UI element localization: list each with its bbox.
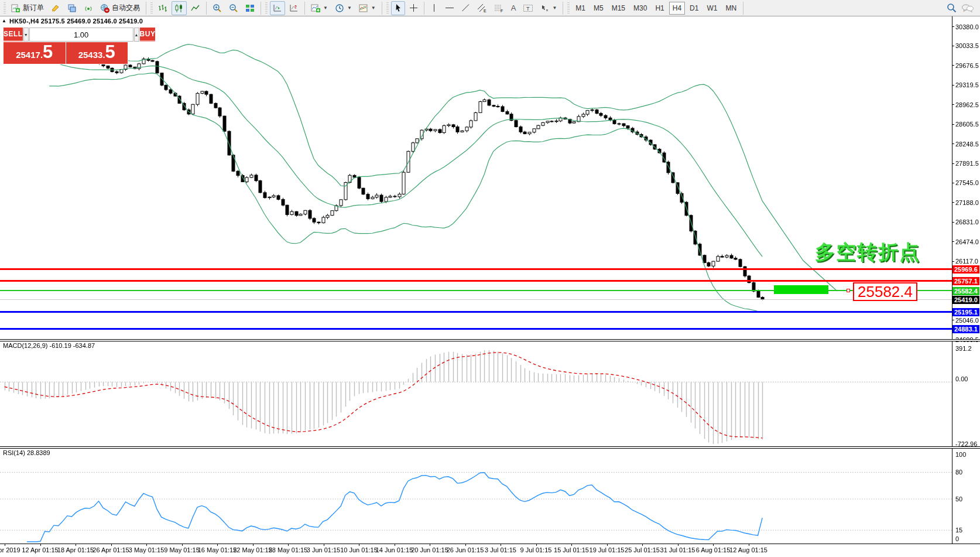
- turning-point-annotation[interactable]: 多空转折点: [815, 239, 920, 266]
- x-axis-label: 16 May 01:15: [198, 546, 237, 553]
- y-axis-label: 25046.0: [955, 317, 979, 324]
- x-axis-label: 8 Apr 2019: [0, 546, 20, 553]
- x-axis-label: 26 Jun 01:15: [447, 546, 484, 553]
- price-level-chip-25419.0: 25419.0: [952, 296, 979, 304]
- y-axis-label: 29319.5: [955, 81, 979, 88]
- green-zone-rectangle[interactable]: [774, 285, 828, 294]
- volume-input[interactable]: [29, 28, 133, 42]
- x-axis-border: [0, 544, 980, 544]
- sell-price-main: 25417: [16, 45, 40, 65]
- x-axis-label: 18 Apr 01:15: [57, 546, 94, 553]
- x-axis-label: 14 Jun 01:15: [376, 546, 413, 553]
- x-axis-label: 12 Apr 01:15: [22, 546, 58, 553]
- macd-panel-separator[interactable]: [0, 339, 980, 341]
- volume-increase-button[interactable]: ▲: [134, 28, 139, 42]
- y-axis-label: 27188.0: [955, 199, 979, 206]
- macd-indicator-label: MACD(12,26,9) -610.19 -634.87: [3, 342, 95, 349]
- x-axis-label: 25 Jul 01:15: [625, 546, 660, 553]
- price-level-chip-25757.1: 25757.1: [952, 277, 979, 285]
- rsi-scale-0: 0: [955, 535, 959, 542]
- y-axis-label: 27545.0: [955, 179, 979, 186]
- one-click-trading-panel: SELL ▼ ▲ BUY 25417.5 25433.5: [3, 27, 128, 64]
- y-axis-label: 26117.0: [955, 258, 978, 265]
- x-axis-label: 26 Apr 01:15: [92, 546, 129, 553]
- price-callout-label[interactable]: 25582.4: [853, 282, 917, 301]
- rsi-indicator-label: RSI(14) 28.8389: [3, 449, 50, 456]
- y-axis-label: 26831.0: [955, 218, 979, 225]
- price-level-chip-25195.1: 25195.1: [952, 308, 979, 316]
- one-click-collapse-toggle[interactable]: ▲: [2, 18, 6, 23]
- x-axis-label: 9 May 01:15: [164, 546, 200, 553]
- buy-price-pips: 5: [105, 42, 115, 62]
- price-level-line-25757.1[interactable]: [0, 280, 952, 282]
- y-axis-label: 28962.5: [955, 101, 979, 108]
- price-level-line-24883.1[interactable]: [0, 328, 952, 330]
- mt4-window: 新订单 自动: [0, 0, 980, 557]
- sell-price-button[interactable]: 25417.5: [4, 42, 66, 64]
- rsi-scale-50: 50: [955, 496, 962, 503]
- x-axis-label: 3 Jul 01:15: [485, 546, 516, 553]
- y-axis-label: 28605.5: [955, 121, 979, 128]
- x-axis-label: 28 May 01:15: [269, 546, 308, 553]
- macd-scale-zero: 0.00: [955, 375, 968, 382]
- rsi-panel-separator[interactable]: [0, 446, 980, 449]
- callout-anchor-marker: [847, 289, 850, 292]
- chart-canvas[interactable]: [0, 0, 980, 557]
- price-level-chip-25582.4: 25582.4: [952, 287, 979, 295]
- y-axis-label: 29676.5: [955, 62, 979, 69]
- buy-price-button[interactable]: 25433.5: [66, 42, 128, 64]
- price-level-line-25969.6[interactable]: [0, 268, 952, 270]
- rsi-scale-100: 100: [955, 451, 966, 458]
- chart-area: ▲ HK50-,H4 25175.5 25469.0 25146.0 25419…: [0, 16, 980, 557]
- y-axis-label: 27891.5: [955, 160, 979, 167]
- x-axis-label: 3 Jun 01:15: [307, 546, 341, 553]
- y-axis-label: 26474.0: [955, 238, 979, 245]
- x-axis-label: 19 Jul 01:15: [590, 546, 625, 553]
- chart-ohlc-title: HK50-,H4 25175.5 25469.0 25146.0 25419.0: [9, 18, 143, 25]
- x-axis-label: 9 Jul 01:15: [520, 546, 552, 553]
- x-axis-label: 12 Aug 01:15: [729, 546, 767, 553]
- y-axis-label: 28248.5: [955, 141, 979, 148]
- sell-price-pips: 5: [43, 42, 53, 62]
- x-axis-label: 31 Jul 01:15: [660, 546, 695, 553]
- volume-decrease-button[interactable]: ▼: [23, 28, 29, 42]
- x-axis-label: 20 Jun 01:15: [411, 546, 448, 553]
- x-axis-label: 6 Aug 01:15: [696, 546, 731, 553]
- rsi-scale-80: 80: [955, 469, 962, 476]
- price-level-line-25419.0[interactable]: [0, 299, 952, 300]
- price-level-chip-25969.6: 25969.6: [952, 265, 979, 274]
- macd-scale-top: 391.2: [955, 345, 972, 352]
- x-axis-label: 3 May 01:15: [129, 546, 165, 553]
- price-level-line-25195.1[interactable]: [0, 311, 952, 313]
- x-axis-label: 15 Jul 01:15: [554, 546, 589, 553]
- y-axis-label: 30033.5: [955, 42, 979, 49]
- x-axis-label: 22 May 01:15: [233, 546, 272, 553]
- x-axis-label: 10 Jun 01:15: [340, 546, 378, 553]
- y-axis-label: 30380.0: [955, 23, 979, 30]
- rsi-scale-15: 15: [955, 527, 962, 534]
- price-level-chip-24883.1: 24883.1: [952, 325, 979, 333]
- buy-price-main: 25433: [78, 45, 103, 65]
- sell-button[interactable]: SELL: [4, 28, 23, 42]
- buy-button[interactable]: BUY: [140, 28, 156, 42]
